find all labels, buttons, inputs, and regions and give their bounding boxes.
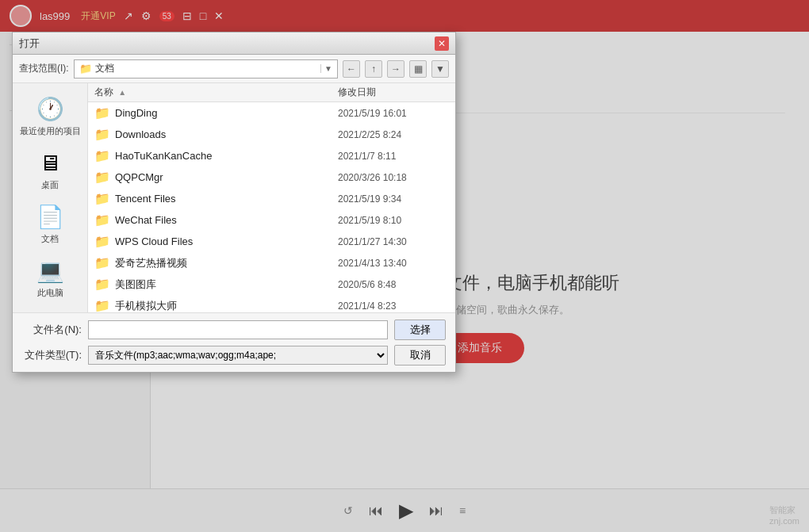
computer-icon: 💻: [36, 258, 64, 284]
dialog-bottom: 文件名(N): 选择 文件类型(T): 音乐文件(mp3;aac;wma;wav…: [13, 312, 455, 372]
file-name: Tencent Files: [115, 193, 338, 205]
sort-arrow-icon: ▲: [118, 88, 126, 97]
dialog-nav: 🕐 最近使用的项目 🖥 桌面 📄 文档 💻 此电脑 🌐 WPS网盘: [13, 83, 88, 312]
toolbar-label: 查找范围(I):: [19, 62, 69, 75]
back-button[interactable]: ←: [343, 60, 360, 78]
folder-icon: 📁: [94, 127, 110, 142]
file-name: 美图图库: [115, 277, 338, 292]
dialog-filelist: 名称 ▲ 修改日期 📁 DingDing 2021/5/19 16:01 📁 D…: [88, 83, 455, 312]
folder-icon: 📁: [94, 212, 110, 228]
filetype-row: 文件类型(T): 音乐文件(mp3;aac;wma;wav;ogg;m4a;ap…: [22, 345, 446, 366]
cancel-button[interactable]: 取消: [394, 345, 446, 366]
path-box[interactable]: 📁 文档 ▼: [74, 59, 338, 78]
file-name: DingDing: [115, 107, 338, 119]
button-group: 选择: [394, 320, 446, 340]
file-name: WPS Cloud Files: [115, 235, 338, 247]
file-name: WeChat Files: [115, 214, 338, 226]
view-button[interactable]: ▦: [409, 60, 427, 78]
file-date: 2021/1/7 8:11: [338, 151, 449, 162]
file-date: 2021/4/13 13:40: [338, 258, 449, 269]
nav-item-computer[interactable]: 💻 此电脑: [13, 251, 87, 305]
file-name: QQPCMgr: [115, 171, 338, 183]
close-icon: ✕: [438, 38, 446, 49]
nav-item-desktop[interactable]: 🖥 桌面: [13, 144, 87, 197]
file-date: 2020/3/26 10:18: [338, 172, 449, 183]
folder-icon: 📁: [94, 105, 110, 121]
dialog-body: 🕐 最近使用的项目 🖥 桌面 📄 文档 💻 此电脑 🌐 WPS网盘: [13, 83, 455, 312]
file-dialog: 打开 ✕ 查找范围(I): 📁 文档 ▼ ← ↑ → ▦ ▼ 🕐 最近使用的项目…: [12, 32, 456, 373]
file-date: 2021/5/19 9:34: [338, 193, 449, 205]
dropdown-arrow-icon[interactable]: ▼: [320, 64, 332, 73]
file-date: 2021/5/19 8:10: [338, 215, 449, 226]
table-row[interactable]: 📁 爱奇艺热播视频 2021/4/13 13:40: [88, 252, 455, 274]
col-name-header: 名称 ▲: [94, 86, 338, 99]
filetype-select[interactable]: 音乐文件(mp3;aac;wma;wav;ogg;m4a;ape;: [88, 346, 388, 365]
file-date: 2020/5/6 8:48: [338, 279, 449, 290]
file-date: 2021/2/25 8:24: [338, 129, 449, 140]
file-date: 2021/1/4 8:23: [338, 300, 449, 312]
documents-icon: 📄: [36, 204, 64, 230]
dialog-title: 打开: [19, 36, 40, 51]
nav-label-documents: 文档: [41, 233, 59, 245]
folder-icon: 📁: [79, 63, 92, 75]
dialog-titlebar: 打开 ✕: [13, 33, 455, 55]
nav-label-recent: 最近使用的项目: [20, 125, 81, 137]
file-name: 爱奇艺热播视频: [115, 256, 338, 270]
table-row[interactable]: 📁 DingDing 2021/5/19 16:01: [88, 102, 455, 124]
folder-icon: 📁: [94, 191, 110, 206]
table-row[interactable]: 📁 手机模拟大师 2021/1/4 8:23: [88, 295, 455, 312]
folder-icon: 📁: [94, 277, 110, 292]
nav-item-wps-cloud[interactable]: 🌐 WPS网盘: [13, 305, 87, 312]
file-name: HaoTuKanKanCache: [115, 150, 338, 162]
table-row[interactable]: 📁 Downloads 2021/2/25 8:24: [88, 124, 455, 145]
dialog-close-button[interactable]: ✕: [435, 36, 449, 51]
folder-icon: 📁: [94, 298, 110, 312]
filelist-header: 名称 ▲ 修改日期: [88, 83, 455, 102]
nav-label-desktop: 桌面: [41, 179, 59, 191]
recent-icon: 🕐: [36, 96, 64, 122]
table-row[interactable]: 📁 WPS Cloud Files 2021/1/27 14:30: [88, 231, 455, 252]
forward-button[interactable]: →: [387, 60, 404, 78]
table-row[interactable]: 📁 WeChat Files 2021/5/19 8:10: [88, 209, 455, 231]
filetype-label: 文件类型(T):: [22, 348, 82, 362]
desktop-icon: 🖥: [39, 150, 61, 176]
filename-label: 文件名(N):: [22, 323, 82, 337]
folder-icon: 📁: [94, 170, 110, 185]
folder-icon: 📁: [94, 255, 110, 270]
dialog-toolbar: 查找范围(I): 📁 文档 ▼ ← ↑ → ▦ ▼: [13, 55, 455, 83]
col-date-header: 修改日期: [338, 86, 449, 99]
current-path: 文档: [95, 62, 317, 75]
folder-icon: 📁: [94, 234, 110, 249]
file-date: 2021/1/27 14:30: [338, 236, 449, 247]
filename-row: 文件名(N): 选择: [22, 320, 446, 340]
file-date: 2021/5/19 16:01: [338, 108, 449, 119]
table-row[interactable]: 📁 美图图库 2020/5/6 8:48: [88, 274, 455, 295]
file-name: Downloads: [115, 128, 338, 140]
nav-item-documents[interactable]: 📄 文档: [13, 197, 87, 251]
nav-label-computer: 此电脑: [37, 287, 63, 299]
table-row[interactable]: 📁 QQPCMgr 2020/3/26 10:18: [88, 166, 455, 188]
select-button[interactable]: 选择: [394, 320, 446, 340]
file-name: 手机模拟大师: [115, 299, 338, 313]
view-dropdown-button[interactable]: ▼: [431, 60, 449, 78]
filename-input[interactable]: [88, 320, 388, 339]
table-row[interactable]: 📁 HaoTuKanKanCache 2021/1/7 8:11: [88, 145, 455, 166]
table-row[interactable]: 📁 Tencent Files 2021/5/19 9:34: [88, 188, 455, 209]
filelist-scroll[interactable]: 📁 DingDing 2021/5/19 16:01 📁 Downloads 2…: [88, 102, 455, 312]
nav-item-recent[interactable]: 🕐 最近使用的项目: [13, 90, 87, 144]
folder-icon: 📁: [94, 148, 110, 163]
up-button[interactable]: ↑: [365, 60, 382, 78]
